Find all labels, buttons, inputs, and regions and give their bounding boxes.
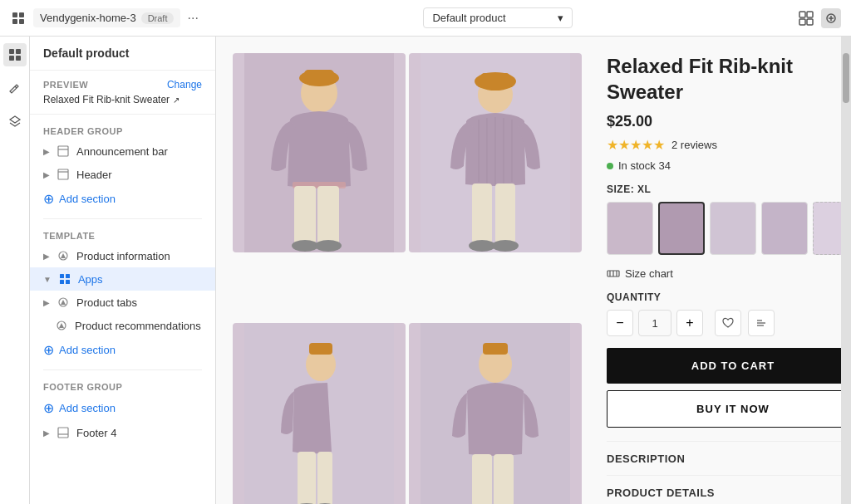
size-section: SIZE: XL [607, 183, 841, 255]
quantity-decrease-button[interactable]: − [607, 310, 633, 336]
arrow-icon: ▶ [43, 298, 50, 307]
arrow-icon: ▶ [43, 252, 50, 261]
svg-marker-16 [10, 116, 20, 123]
svg-rect-4 [799, 12, 805, 17]
more-options-button[interactable]: ··· [187, 11, 198, 26]
layout-icon [57, 144, 70, 158]
svg-rect-65 [472, 454, 492, 504]
scrollbar-thumb[interactable] [843, 53, 849, 103]
svg-rect-11 [9, 49, 14, 54]
header-label: Header [76, 169, 112, 181]
dashboard-icon[interactable] [3, 43, 27, 66]
svg-rect-5 [807, 12, 813, 17]
svg-rect-0 [12, 12, 17, 17]
add-section-btn-footer[interactable]: ⊕ Add section [30, 395, 215, 421]
svg-rect-45 [480, 73, 510, 86]
sidebar-item-apps[interactable]: ▼ Apps [30, 267, 215, 291]
svg-rect-1 [19, 12, 24, 17]
size-chart-link[interactable]: Size chart [607, 267, 841, 280]
top-bar-right [798, 8, 841, 28]
preview-label: PREVIEW Change [43, 79, 202, 91]
product-select-dropdown[interactable]: Default product ▾ [423, 7, 573, 28]
svg-rect-12 [16, 49, 21, 54]
quantity-increase-button[interactable]: + [676, 310, 703, 336]
stock-info: In stock 34 [607, 159, 841, 172]
quantity-label: QUANTITY [607, 291, 841, 303]
template-label: TEMPLATE [30, 226, 215, 244]
svg-rect-13 [9, 56, 14, 61]
description-accordion[interactable]: DESCRIPTION ∨ [607, 441, 841, 475]
svg-point-41 [315, 240, 342, 252]
product-page: Relaxed Fit Rib-knit Sweater $25.00 ★★★★… [216, 37, 841, 504]
scrollbar[interactable] [841, 37, 851, 504]
size-chart-label: Size chart [625, 267, 673, 280]
svg-line-15 [15, 86, 17, 88]
draft-badge: Draft [141, 12, 175, 24]
product-details-label: PRODUCT DETAILS [607, 487, 715, 499]
recommendations-label: Product recommendations [75, 320, 201, 332]
wishlist-button[interactable] [715, 310, 741, 336]
svg-rect-64 [483, 343, 508, 355]
svg-rect-39 [317, 186, 339, 244]
compare-button[interactable] [748, 310, 775, 336]
svg-rect-17 [58, 146, 68, 156]
extra-button[interactable] [821, 8, 841, 28]
svg-rect-19 [58, 169, 68, 179]
add-to-cart-button[interactable]: ADD TO CART [607, 348, 841, 384]
size-option-2[interactable] [658, 202, 705, 255]
product-rating: ★★★★★ 2 reviews [607, 137, 841, 153]
sidebar-item-product-recommendations[interactable]: Product recommendations [30, 314, 215, 337]
arrow-icon: ▶ [43, 428, 50, 438]
size-option-4[interactable] [761, 202, 808, 255]
add-section-btn-header[interactable]: ⊕ Add section [30, 186, 215, 212]
header-group-label: HEADER GROUP [30, 121, 215, 139]
sidebar-item-product-tabs[interactable]: ▶ Product tabs [30, 291, 215, 314]
preview-section: PREVIEW Change Relaxed Fit Rib-knit Swea… [30, 71, 215, 115]
sidebar-item-product-info[interactable]: ▶ Product information [30, 244, 215, 267]
description-label: DESCRIPTION [607, 453, 685, 465]
review-count: 2 reviews [671, 139, 717, 151]
main-layout: Default product PREVIEW Change Relaxed F… [0, 37, 851, 504]
product-title: Relaxed Fit Rib-knit Sweater [607, 53, 841, 105]
content-area: Relaxed Fit Rib-knit Sweater $25.00 ★★★★… [216, 37, 851, 504]
quantity-actions [715, 310, 775, 336]
product-preview: Relaxed Fit Rib-knit Sweater $25.00 ★★★★… [216, 37, 841, 504]
product-details-accordion[interactable]: PRODUCT DETAILS ∨ [607, 475, 841, 504]
product-select-label: Default product [432, 12, 505, 24]
header-layout-icon [57, 168, 70, 181]
layers-icon[interactable] [3, 110, 27, 133]
product-tabs-label: Product tabs [76, 296, 137, 309]
svg-marker-28 [61, 300, 66, 305]
footer-group-section: FOOTER GROUP ⊕ Add section ▶ Footer 4 [30, 370, 215, 451]
svg-rect-23 [60, 274, 64, 278]
svg-marker-30 [59, 323, 64, 328]
sidebar-item-announcement-bar[interactable]: ▶ Announcement bar [30, 139, 215, 163]
apps-label: Apps [78, 273, 103, 286]
svg-rect-59 [317, 452, 332, 504]
home-icon[interactable] [10, 10, 27, 27]
size-label: SIZE: XL [607, 183, 841, 195]
svg-rect-52 [495, 183, 515, 243]
tab-label: Vendygenix-home-3 [40, 12, 136, 24]
svg-rect-57 [309, 343, 332, 355]
plus-icon: ⊕ [43, 342, 54, 358]
product-details: Relaxed Fit Rib-knit Sweater $25.00 ★★★★… [598, 53, 841, 504]
size-option-3[interactable] [710, 202, 756, 255]
grid-view-icon[interactable] [798, 10, 814, 27]
svg-rect-66 [494, 454, 514, 504]
template-section: TEMPLATE ▶ Product information ▼ Apps ▶ [30, 219, 215, 369]
size-option-5[interactable] [813, 202, 841, 255]
sidebar-item-header[interactable]: ▶ Header [30, 163, 215, 186]
svg-rect-14 [16, 56, 21, 61]
size-option-1[interactable] [607, 202, 653, 255]
quantity-value: 1 [638, 310, 671, 336]
edit-icon[interactable] [3, 76, 27, 100]
plus-icon: ⊕ [43, 400, 54, 416]
product-info-label: Product information [76, 250, 170, 262]
sidebar-item-footer4[interactable]: ▶ Footer 4 [30, 421, 215, 444]
preview-change-link[interactable]: Change [167, 79, 202, 91]
quantity-section: QUANTITY − 1 + [607, 291, 841, 336]
buy-now-button[interactable]: BUY IT NOW [607, 390, 841, 428]
page-tab[interactable]: Vendygenix-home-3 Draft [33, 8, 180, 27]
add-section-btn-template[interactable]: ⊕ Add section [30, 337, 215, 363]
